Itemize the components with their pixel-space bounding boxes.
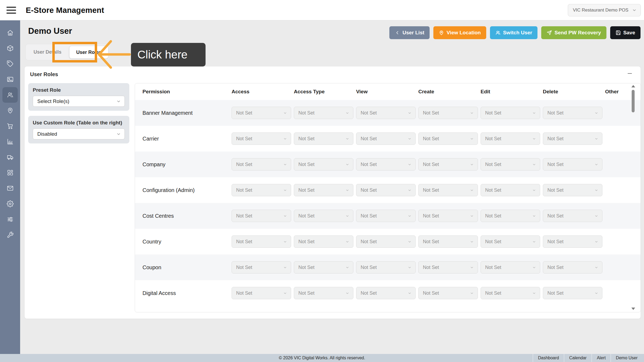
chevron-down-icon bbox=[470, 291, 474, 295]
column-header-other: Other bbox=[605, 89, 641, 95]
footer-link-demo-user[interactable]: Demo User bbox=[610, 354, 642, 362]
permission-dropdown[interactable]: Not Set bbox=[232, 184, 291, 196]
footer-link-alert[interactable]: Alert bbox=[591, 354, 610, 362]
permission-dropdown[interactable]: Not Set bbox=[481, 184, 540, 196]
permission-dropdown[interactable]: Not Set bbox=[418, 287, 478, 299]
view-location-button[interactable]: View Location bbox=[433, 26, 486, 39]
permission-dropdown[interactable]: Not Set bbox=[481, 132, 540, 145]
users-icon bbox=[495, 30, 501, 35]
sidebar-item-settings[interactable] bbox=[2, 196, 18, 212]
permission-dropdown[interactable]: Not Set bbox=[418, 184, 478, 196]
permission-dropdown[interactable]: Not Set bbox=[294, 132, 353, 145]
permission-row: Digital AccessNot SetNot SetNot SetNot S… bbox=[135, 280, 641, 306]
permission-dropdown[interactable]: Not Set bbox=[294, 107, 353, 119]
permission-dropdown[interactable]: Not Set bbox=[543, 287, 602, 299]
sidebar-item-media[interactable] bbox=[2, 72, 18, 87]
footer-link-calendar[interactable]: Calendar bbox=[564, 354, 591, 362]
footer-link-dashboard[interactable]: Dashboard bbox=[533, 354, 564, 362]
permission-dropdown[interactable]: Not Set bbox=[543, 184, 602, 196]
sidebar-item-locations[interactable] bbox=[2, 103, 18, 118]
custom-role-card: Use Custom Role (Table on the right) Dis… bbox=[28, 116, 129, 143]
table-scrollbar[interactable] bbox=[631, 84, 635, 311]
button-label: Save bbox=[623, 30, 635, 36]
permission-dropdown[interactable]: Not Set bbox=[543, 132, 602, 145]
permission-cell: Not Set bbox=[481, 184, 543, 196]
store-selector[interactable]: VIC Restaurant Demo POS bbox=[568, 4, 641, 16]
permission-dropdown[interactable]: Not Set bbox=[294, 287, 353, 299]
chevron-down-icon bbox=[470, 137, 474, 141]
collapse-panel-icon[interactable] bbox=[627, 70, 633, 77]
permission-dropdown[interactable]: Not Set bbox=[356, 287, 416, 299]
permission-dropdown[interactable]: Not Set bbox=[294, 235, 353, 248]
permission-dropdown[interactable]: Not Set bbox=[232, 158, 291, 171]
permission-dropdown[interactable]: Not Set bbox=[418, 235, 478, 248]
sidebar-item-products[interactable] bbox=[2, 40, 18, 56]
permission-dropdown[interactable]: Not Set bbox=[418, 210, 478, 222]
permission-dropdown[interactable]: Not Set bbox=[418, 107, 478, 119]
sidebar-item-orders[interactable] bbox=[2, 118, 18, 134]
permission-dropdown[interactable]: Not Set bbox=[294, 158, 353, 171]
permission-dropdown[interactable]: Not Set bbox=[232, 210, 291, 222]
permission-dropdown[interactable]: Not Set bbox=[232, 235, 291, 248]
permission-dropdown[interactable]: Not Set bbox=[418, 132, 478, 145]
custom-role-select[interactable]: Disabled bbox=[33, 128, 125, 139]
sidebar-item-reports[interactable] bbox=[2, 134, 18, 149]
permission-dropdown[interactable]: Not Set bbox=[418, 261, 478, 274]
permission-dropdown[interactable]: Not Set bbox=[481, 107, 540, 119]
sidebar-item-delivery[interactable] bbox=[2, 149, 18, 165]
app-title: E-Store Management bbox=[26, 0, 104, 20]
switch-user-button[interactable]: Switch User bbox=[490, 26, 538, 39]
permission-dropdown[interactable]: Not Set bbox=[543, 158, 602, 171]
permission-dropdown[interactable]: Not Set bbox=[232, 287, 291, 299]
permission-dropdown[interactable]: Not Set bbox=[481, 158, 540, 171]
permission-dropdown[interactable]: Not Set bbox=[418, 158, 478, 171]
permission-dropdown[interactable]: Not Set bbox=[543, 210, 602, 222]
tab-user-details[interactable]: User Details bbox=[26, 45, 69, 60]
menu-icon[interactable] bbox=[6, 7, 16, 14]
permission-dropdown[interactable]: Not Set bbox=[356, 210, 416, 222]
permission-dropdown[interactable]: Not Set bbox=[481, 287, 540, 299]
scroll-down-icon[interactable] bbox=[631, 308, 635, 310]
permission-dropdown[interactable]: Not Set bbox=[232, 107, 291, 119]
permission-dropdown[interactable]: Not Set bbox=[481, 210, 540, 222]
permission-dropdown[interactable]: Not Set bbox=[543, 107, 602, 119]
chevron-down-icon bbox=[594, 188, 598, 192]
chevron-down-icon bbox=[532, 265, 536, 269]
annotation-callout: Click here bbox=[131, 43, 206, 67]
sidebar-item-tags[interactable] bbox=[2, 56, 18, 72]
sidebar-item-messages[interactable] bbox=[2, 180, 18, 196]
permission-dropdown[interactable]: Not Set bbox=[294, 184, 353, 196]
permission-dropdown[interactable]: Not Set bbox=[294, 261, 353, 274]
preset-role-select[interactable]: Select Role(s) bbox=[33, 96, 125, 107]
scrollbar-thumb[interactable] bbox=[632, 90, 635, 112]
permission-dropdown[interactable]: Not Set bbox=[543, 261, 602, 274]
save-button[interactable]: Save bbox=[610, 26, 641, 39]
permission-dropdown[interactable]: Not Set bbox=[232, 132, 291, 145]
permission-dropdown[interactable]: Not Set bbox=[356, 261, 416, 274]
sidebar-item-home[interactable] bbox=[2, 25, 18, 40]
permission-dropdown[interactable]: Not Set bbox=[543, 235, 602, 248]
permission-dropdown[interactable]: Not Set bbox=[481, 235, 540, 248]
permission-dropdown[interactable]: Not Set bbox=[294, 210, 353, 222]
permission-dropdown[interactable]: Not Set bbox=[481, 261, 540, 274]
send-pw-recovery-button[interactable]: Send PW Recovery bbox=[541, 26, 606, 39]
permission-dropdown[interactable]: Not Set bbox=[356, 158, 416, 171]
sidebar-item-preferences[interactable] bbox=[2, 212, 18, 227]
sidebar-item-tools[interactable] bbox=[2, 227, 18, 243]
sidebar-item-users[interactable] bbox=[2, 87, 18, 103]
sliders-icon bbox=[7, 216, 14, 223]
tag-icon bbox=[7, 60, 14, 67]
sidebar-item-modules[interactable] bbox=[2, 165, 18, 180]
permission-dropdown[interactable]: Not Set bbox=[356, 184, 416, 196]
scroll-up-icon[interactable] bbox=[631, 85, 635, 87]
chevron-down-icon bbox=[470, 188, 474, 192]
column-header-create: Create bbox=[418, 89, 481, 95]
tab-user-roles[interactable]: User Roles bbox=[69, 46, 108, 58]
permission-dropdown[interactable]: Not Set bbox=[232, 261, 291, 274]
permission-dropdown[interactable]: Not Set bbox=[356, 132, 416, 145]
permission-dropdown[interactable]: Not Set bbox=[356, 107, 416, 119]
permission-name: Company bbox=[142, 161, 232, 168]
user-list-button[interactable]: User List bbox=[389, 26, 430, 39]
permission-dropdown[interactable]: Not Set bbox=[356, 235, 416, 248]
permission-cell: Not Set bbox=[481, 132, 543, 145]
